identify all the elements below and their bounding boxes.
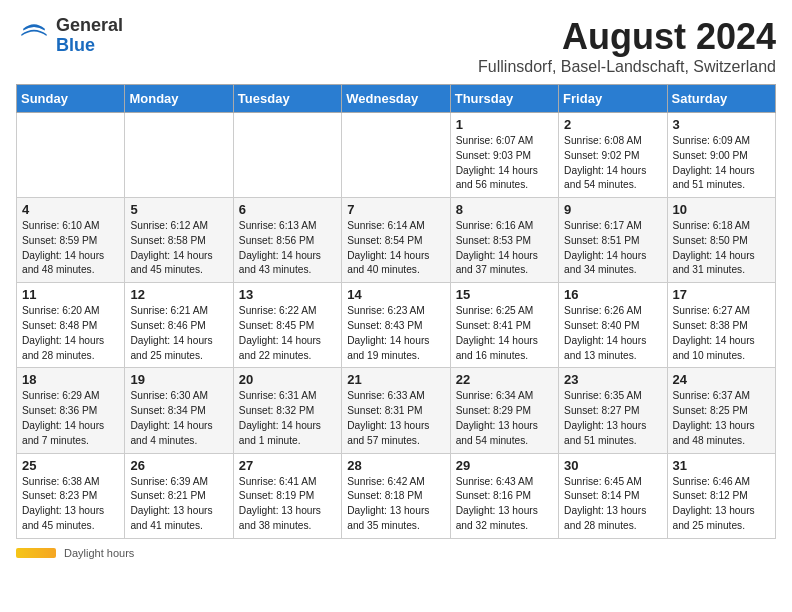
day-number: 29 [456, 458, 553, 473]
calendar-cell: 4Sunrise: 6:10 AM Sunset: 8:59 PM Daylig… [17, 198, 125, 283]
day-number: 24 [673, 372, 770, 387]
calendar-cell: 9Sunrise: 6:17 AM Sunset: 8:51 PM Daylig… [559, 198, 667, 283]
col-header-tuesday: Tuesday [233, 85, 341, 113]
day-info: Sunrise: 6:29 AM Sunset: 8:36 PM Dayligh… [22, 389, 119, 448]
calendar-cell [125, 113, 233, 198]
calendar-cell: 3Sunrise: 6:09 AM Sunset: 9:00 PM Daylig… [667, 113, 775, 198]
col-header-wednesday: Wednesday [342, 85, 450, 113]
day-info: Sunrise: 6:38 AM Sunset: 8:23 PM Dayligh… [22, 475, 119, 534]
col-header-monday: Monday [125, 85, 233, 113]
day-number: 21 [347, 372, 444, 387]
day-info: Sunrise: 6:07 AM Sunset: 9:03 PM Dayligh… [456, 134, 553, 193]
day-info: Sunrise: 6:20 AM Sunset: 8:48 PM Dayligh… [22, 304, 119, 363]
calendar-cell: 30Sunrise: 6:45 AM Sunset: 8:14 PM Dayli… [559, 453, 667, 538]
day-info: Sunrise: 6:14 AM Sunset: 8:54 PM Dayligh… [347, 219, 444, 278]
day-number: 14 [347, 287, 444, 302]
day-number: 25 [22, 458, 119, 473]
calendar-cell: 2Sunrise: 6:08 AM Sunset: 9:02 PM Daylig… [559, 113, 667, 198]
calendar-cell: 31Sunrise: 6:46 AM Sunset: 8:12 PM Dayli… [667, 453, 775, 538]
calendar-week-2: 4Sunrise: 6:10 AM Sunset: 8:59 PM Daylig… [17, 198, 776, 283]
day-number: 27 [239, 458, 336, 473]
day-info: Sunrise: 6:23 AM Sunset: 8:43 PM Dayligh… [347, 304, 444, 363]
col-header-sunday: Sunday [17, 85, 125, 113]
col-header-thursday: Thursday [450, 85, 558, 113]
logo-icon [16, 18, 52, 54]
day-number: 6 [239, 202, 336, 217]
day-info: Sunrise: 6:22 AM Sunset: 8:45 PM Dayligh… [239, 304, 336, 363]
day-info: Sunrise: 6:10 AM Sunset: 8:59 PM Dayligh… [22, 219, 119, 278]
day-info: Sunrise: 6:13 AM Sunset: 8:56 PM Dayligh… [239, 219, 336, 278]
calendar-cell: 21Sunrise: 6:33 AM Sunset: 8:31 PM Dayli… [342, 368, 450, 453]
day-number: 26 [130, 458, 227, 473]
day-number: 18 [22, 372, 119, 387]
location-subtitle: Fullinsdorf, Basel-Landschaft, Switzerla… [478, 58, 776, 76]
calendar-cell: 18Sunrise: 6:29 AM Sunset: 8:36 PM Dayli… [17, 368, 125, 453]
day-number: 11 [22, 287, 119, 302]
day-number: 30 [564, 458, 661, 473]
day-info: Sunrise: 6:25 AM Sunset: 8:41 PM Dayligh… [456, 304, 553, 363]
calendar-cell: 24Sunrise: 6:37 AM Sunset: 8:25 PM Dayli… [667, 368, 775, 453]
day-number: 13 [239, 287, 336, 302]
day-number: 19 [130, 372, 227, 387]
calendar-cell: 27Sunrise: 6:41 AM Sunset: 8:19 PM Dayli… [233, 453, 341, 538]
calendar-cell: 14Sunrise: 6:23 AM Sunset: 8:43 PM Dayli… [342, 283, 450, 368]
day-info: Sunrise: 6:09 AM Sunset: 9:00 PM Dayligh… [673, 134, 770, 193]
header: General Blue August 2024 Fullinsdorf, Ba… [16, 16, 776, 76]
day-number: 7 [347, 202, 444, 217]
day-info: Sunrise: 6:16 AM Sunset: 8:53 PM Dayligh… [456, 219, 553, 278]
logo-text: General Blue [56, 16, 123, 56]
calendar-cell: 22Sunrise: 6:34 AM Sunset: 8:29 PM Dayli… [450, 368, 558, 453]
col-header-friday: Friday [559, 85, 667, 113]
calendar-week-4: 18Sunrise: 6:29 AM Sunset: 8:36 PM Dayli… [17, 368, 776, 453]
day-info: Sunrise: 6:45 AM Sunset: 8:14 PM Dayligh… [564, 475, 661, 534]
calendar-cell: 10Sunrise: 6:18 AM Sunset: 8:50 PM Dayli… [667, 198, 775, 283]
day-number: 20 [239, 372, 336, 387]
day-number: 4 [22, 202, 119, 217]
daylight-bar-icon [16, 548, 56, 558]
calendar-table: SundayMondayTuesdayWednesdayThursdayFrid… [16, 84, 776, 539]
day-number: 31 [673, 458, 770, 473]
calendar-cell: 11Sunrise: 6:20 AM Sunset: 8:48 PM Dayli… [17, 283, 125, 368]
day-number: 3 [673, 117, 770, 132]
calendar-cell: 5Sunrise: 6:12 AM Sunset: 8:58 PM Daylig… [125, 198, 233, 283]
day-number: 9 [564, 202, 661, 217]
day-info: Sunrise: 6:37 AM Sunset: 8:25 PM Dayligh… [673, 389, 770, 448]
calendar-cell: 20Sunrise: 6:31 AM Sunset: 8:32 PM Dayli… [233, 368, 341, 453]
day-info: Sunrise: 6:39 AM Sunset: 8:21 PM Dayligh… [130, 475, 227, 534]
daylight-label: Daylight hours [64, 547, 134, 559]
day-info: Sunrise: 6:21 AM Sunset: 8:46 PM Dayligh… [130, 304, 227, 363]
day-number: 8 [456, 202, 553, 217]
day-info: Sunrise: 6:30 AM Sunset: 8:34 PM Dayligh… [130, 389, 227, 448]
day-info: Sunrise: 6:17 AM Sunset: 8:51 PM Dayligh… [564, 219, 661, 278]
calendar-week-3: 11Sunrise: 6:20 AM Sunset: 8:48 PM Dayli… [17, 283, 776, 368]
day-number: 10 [673, 202, 770, 217]
calendar-cell: 7Sunrise: 6:14 AM Sunset: 8:54 PM Daylig… [342, 198, 450, 283]
calendar-cell: 16Sunrise: 6:26 AM Sunset: 8:40 PM Dayli… [559, 283, 667, 368]
calendar-cell: 12Sunrise: 6:21 AM Sunset: 8:46 PM Dayli… [125, 283, 233, 368]
logo: General Blue [16, 16, 123, 56]
calendar-cell: 19Sunrise: 6:30 AM Sunset: 8:34 PM Dayli… [125, 368, 233, 453]
day-number: 17 [673, 287, 770, 302]
calendar-header-row: SundayMondayTuesdayWednesdayThursdayFrid… [17, 85, 776, 113]
calendar-cell: 28Sunrise: 6:42 AM Sunset: 8:18 PM Dayli… [342, 453, 450, 538]
title-area: August 2024 Fullinsdorf, Basel-Landschaf… [478, 16, 776, 76]
day-info: Sunrise: 6:27 AM Sunset: 8:38 PM Dayligh… [673, 304, 770, 363]
day-info: Sunrise: 6:31 AM Sunset: 8:32 PM Dayligh… [239, 389, 336, 448]
day-number: 2 [564, 117, 661, 132]
day-info: Sunrise: 6:42 AM Sunset: 8:18 PM Dayligh… [347, 475, 444, 534]
day-number: 22 [456, 372, 553, 387]
logo-general: General [56, 16, 123, 36]
day-number: 23 [564, 372, 661, 387]
calendar-cell: 1Sunrise: 6:07 AM Sunset: 9:03 PM Daylig… [450, 113, 558, 198]
day-number: 15 [456, 287, 553, 302]
day-info: Sunrise: 6:26 AM Sunset: 8:40 PM Dayligh… [564, 304, 661, 363]
calendar-cell [17, 113, 125, 198]
calendar-cell: 6Sunrise: 6:13 AM Sunset: 8:56 PM Daylig… [233, 198, 341, 283]
day-number: 5 [130, 202, 227, 217]
day-info: Sunrise: 6:43 AM Sunset: 8:16 PM Dayligh… [456, 475, 553, 534]
calendar-cell: 8Sunrise: 6:16 AM Sunset: 8:53 PM Daylig… [450, 198, 558, 283]
day-info: Sunrise: 6:46 AM Sunset: 8:12 PM Dayligh… [673, 475, 770, 534]
calendar-cell: 13Sunrise: 6:22 AM Sunset: 8:45 PM Dayli… [233, 283, 341, 368]
calendar-week-1: 1Sunrise: 6:07 AM Sunset: 9:03 PM Daylig… [17, 113, 776, 198]
calendar-cell: 26Sunrise: 6:39 AM Sunset: 8:21 PM Dayli… [125, 453, 233, 538]
